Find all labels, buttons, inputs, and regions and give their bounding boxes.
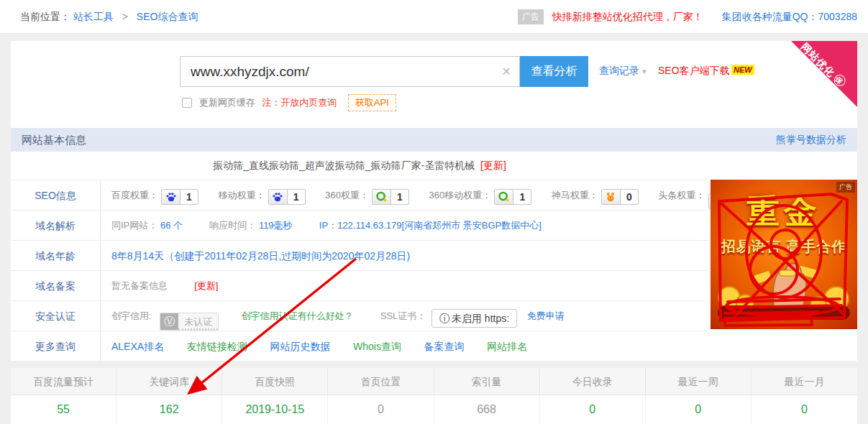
so360-weight: 360权重：1 [325, 180, 409, 211]
row-label: 域名年龄 [11, 241, 101, 271]
baidu-weight: 百度权重：1 [111, 180, 198, 211]
analyze-button[interactable]: 查看分析 [520, 56, 588, 87]
seo-client-download-link[interactable]: SEO客户端下载 [658, 65, 730, 78]
mobile-weight: 移动权重：1 [219, 180, 306, 211]
get-api-button[interactable]: 获取API [348, 94, 396, 111]
baidu-paw-icon [162, 190, 181, 204]
site-title-row: 振动筛_直线振动筛_超声波振动筛_振动筛厂家-圣雷特机械 [更新] [11, 151, 708, 180]
stat-value[interactable]: 162 [117, 395, 222, 424]
ssl-apply-link[interactable]: 免费申请 [527, 310, 565, 321]
icp-update-link[interactable]: [更新] [194, 280, 218, 291]
stat-value[interactable]: 55 [11, 395, 117, 424]
site-title-text: 振动筛_直线振动筛_超声波振动筛_振动筛厂家-圣雷特机械 [213, 160, 475, 171]
stat-last-month: 最近一月 0 [751, 368, 857, 424]
top-ad-link[interactable]: 快排新排整站优化招代理，厂家！ [552, 11, 703, 22]
domain-age-row: 域名年龄 8年8月14天（创建于2011年02月28日,过期时间为2020年02… [11, 240, 708, 270]
main-panel: 网站优化保 × 查看分析 查询记录▾ SEO客户端下载 NEW 更新网页缓存 注… [11, 41, 857, 361]
new-badge: NEW [731, 65, 754, 75]
360-icon [373, 190, 391, 204]
baidu-paw-icon [269, 190, 288, 204]
url-search-box: × [180, 56, 520, 87]
inner-page-note: 注：开放内页查询 [262, 97, 337, 108]
security-row: 安全认证 创宇信用: Ⓥ未认证 创宇信用认证有什么好处？ SSL证书： ⓘ未启用… [11, 300, 708, 331]
section-header: 网站基本信息 熊掌号数据分析 [11, 128, 857, 152]
side-ad-banner[interactable]: 广告 重金 招易语言 高手合作 [711, 180, 857, 329]
stat-value: 668 [434, 395, 540, 424]
stat-today-included: 今日收录 0 [540, 368, 646, 424]
top-qq-ad-link[interactable]: 集团收各种流量QQ：7003288 [722, 11, 857, 22]
icp-row: 域名备案 暂无备案信息 [更新] [11, 270, 708, 300]
stats-table: 百度流量预计 55 关键词库 162 百度快照 2019-10-15 首页位置 … [11, 368, 857, 424]
stat-value[interactable]: 0 [751, 395, 857, 424]
icp-status: 暂无备案信息 [111, 280, 168, 291]
clear-input-icon[interactable]: × [502, 63, 511, 80]
ssl-status-box: ⓘ未启用 https: [431, 309, 517, 328]
alexa-rank-link[interactable]: ALEXA排名 [111, 341, 164, 352]
stat-value[interactable]: 0 [540, 395, 646, 424]
update-cache-label: 更新网页缓存 [199, 97, 255, 108]
site-history-link[interactable]: 网站历史数据 [270, 341, 330, 352]
row-label: 安全认证 [11, 301, 101, 331]
row-label: SEO信息 [11, 180, 101, 211]
stat-value: 0 [328, 395, 434, 424]
whois-link[interactable]: Whois查询 [353, 341, 401, 352]
stat-keyword-lib: 关键词库 162 [117, 368, 222, 424]
stat-home-position: 首页位置 0 [328, 368, 434, 424]
url-input[interactable] [181, 57, 519, 86]
section-title: 网站基本信息 [22, 134, 86, 146]
row-label: 域名解析 [11, 211, 101, 241]
breadcrumb: 当前位置： 站长工具 > SEO综合查询 [20, 11, 198, 24]
breadcrumb-link-seo-query[interactable]: SEO综合查询 [137, 11, 198, 22]
so360-mobile-weight: 360移动权重：1 [429, 180, 532, 211]
ip-info-link[interactable]: IP：122.114.63.179[河南省郑州市 景安BGP数据中心] [319, 220, 542, 231]
chuangyu-credit-badge[interactable]: Ⓥ未认证 [160, 313, 219, 331]
query-history-dropdown[interactable]: 查询记录▾ [599, 65, 647, 78]
stat-value[interactable]: 2019-10-15 [222, 395, 328, 424]
top-bar: 当前位置： 站长工具 > SEO综合查询 广告 快排新排整站优化招代理，厂家！ … [0, 0, 868, 34]
stat-baidu-snapshot: 百度快照 2019-10-15 [222, 368, 328, 424]
domain-age-value[interactable]: 8年8月14天（创建于2011年02月28日,过期时间为2020年02月28日) [111, 250, 410, 262]
response-time-value[interactable]: 119毫秒 [259, 220, 293, 231]
same-ip-label: 同IP网站： [111, 220, 157, 231]
row-label: 更多查询 [11, 331, 101, 361]
360-icon [495, 190, 513, 204]
chevron-down-icon: ▾ [642, 67, 647, 75]
breadcrumb-prefix: 当前位置： [20, 11, 70, 22]
ad-label-badge: 广告 [518, 9, 544, 24]
dns-row: 域名解析 同IP网站： 66 个 响应时间： 119毫秒 IP：122.114.… [11, 210, 708, 240]
shenma-weight-value: 0 [621, 190, 638, 204]
chuangyu-label: 创宇信用: [111, 310, 152, 321]
site-title-update-link[interactable]: [更新] [480, 160, 506, 171]
info-icon: ⓘ [439, 313, 449, 324]
stat-last-week: 最近一周 0 [646, 368, 751, 424]
seo-info-row: SEO信息 百度权重：1 移动权重：1 360权重：1 360移动权重：1 神马… [11, 180, 708, 210]
so360-weight-value: 1 [391, 190, 408, 204]
chuangyu-benefit-link[interactable]: 创宇信用认证有什么好处？ [242, 310, 354, 321]
chuangyu-v-icon: Ⓥ [160, 313, 178, 330]
update-cache-checkbox[interactable] [182, 98, 192, 108]
friend-links-check-link[interactable]: 友情链接检测 [187, 341, 247, 352]
xiongzhang-analysis-link[interactable]: 熊掌号数据分析 [776, 128, 846, 152]
stat-baidu-traffic: 百度流量预计 55 [11, 368, 117, 424]
stat-index-volume: 索引量 668 [434, 368, 540, 424]
stat-value[interactable]: 0 [646, 395, 751, 424]
row-label: 域名备案 [11, 271, 101, 301]
breadcrumb-separator: > [122, 11, 128, 22]
more-queries-row: 更多查询 ALEXA排名 友情链接检测 网站历史数据 Whois查询 备案查询 … [11, 331, 708, 361]
ssl-label: SSL证书： [380, 310, 426, 321]
mobile-weight-value: 1 [288, 190, 305, 204]
breadcrumb-link-webmaster-tools[interactable]: 站长工具 [73, 11, 114, 22]
so360-mobile-weight-value: 1 [513, 190, 531, 204]
same-ip-value[interactable]: 66 个 [160, 220, 183, 231]
response-time-label: 响应时间： [209, 220, 256, 231]
site-rank-link[interactable]: 网站排名 [487, 341, 527, 352]
red-scribble-annotations [711, 180, 857, 329]
baidu-weight-value: 1 [181, 190, 198, 204]
shenma-weight: 神马权重：0 [552, 180, 639, 211]
icp-query-link[interactable]: 备案查询 [424, 341, 465, 352]
shenma-icon [602, 190, 621, 204]
